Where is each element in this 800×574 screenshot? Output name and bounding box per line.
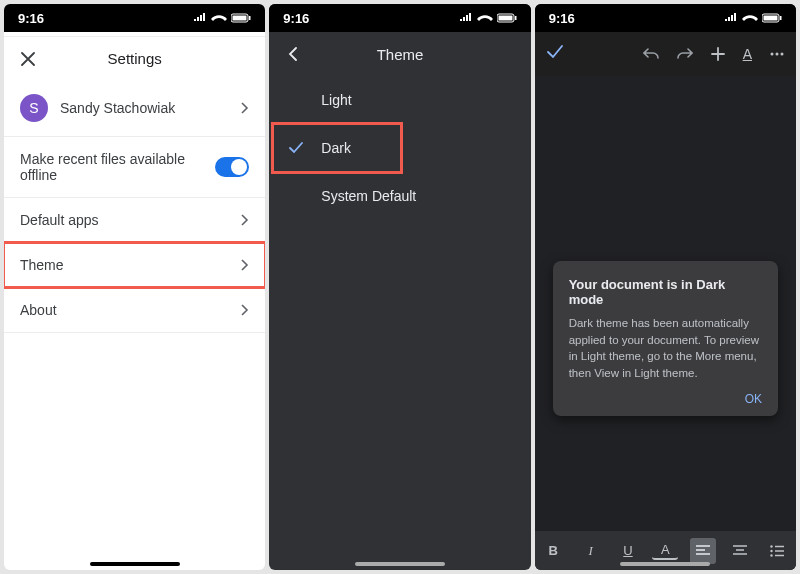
dark-mode-dialog: Your document is in Dark mode Dark theme… xyxy=(553,261,778,416)
svg-rect-2 xyxy=(249,16,251,20)
theme-option-label: System Default xyxy=(321,188,416,204)
about-row[interactable]: About xyxy=(4,288,265,333)
svg-point-10 xyxy=(775,53,778,56)
account-row[interactable]: S Sandy Stachowiak xyxy=(4,80,265,137)
status-icons xyxy=(724,13,782,23)
italic-button[interactable]: I xyxy=(578,538,604,564)
theme-screen: 9:16 Theme Light Dark xyxy=(269,4,530,570)
home-indicator xyxy=(355,562,445,566)
redo-icon[interactable] xyxy=(677,47,693,61)
dialog-ok-button[interactable]: OK xyxy=(569,392,762,406)
svg-point-12 xyxy=(771,545,773,547)
settings-screen: 9:16 Settings S Sandy Stachowiak xyxy=(4,4,265,570)
undo-icon[interactable] xyxy=(643,47,659,61)
theme-option-label: Dark xyxy=(321,140,351,156)
dialog-body: Dark theme has been automatically applie… xyxy=(569,315,762,382)
theme-option-light[interactable]: Light xyxy=(269,76,530,124)
default-apps-row[interactable]: Default apps xyxy=(4,198,265,243)
avatar: S xyxy=(20,94,48,122)
theme-title: Theme xyxy=(377,46,424,63)
more-icon[interactable] xyxy=(770,52,784,56)
theme-option-dark[interactable]: Dark xyxy=(269,124,530,172)
list-button[interactable] xyxy=(764,538,790,564)
theme-label: Theme xyxy=(20,257,64,273)
settings-header: Settings xyxy=(4,36,265,80)
status-icons xyxy=(193,13,251,23)
settings-list: S Sandy Stachowiak Make recent files ava… xyxy=(4,80,265,333)
align-left-button[interactable] xyxy=(690,538,716,564)
chevron-right-icon xyxy=(241,304,249,316)
status-time: 9:16 xyxy=(549,11,575,26)
offline-toggle[interactable] xyxy=(215,157,249,177)
account-name: Sandy Stachowiak xyxy=(60,100,175,116)
about-label: About xyxy=(20,302,57,318)
chevron-right-icon xyxy=(241,102,249,114)
dialog-title: Your document is in Dark mode xyxy=(569,277,762,307)
status-time: 9:16 xyxy=(283,11,309,26)
theme-list: Light Dark System Default xyxy=(269,76,530,220)
settings-title: Settings xyxy=(108,50,162,67)
svg-rect-1 xyxy=(233,16,247,21)
align-center-button[interactable] xyxy=(727,538,753,564)
chevron-right-icon xyxy=(241,214,249,226)
offline-label: Make recent files available offline xyxy=(20,151,215,183)
underline-button[interactable]: U xyxy=(615,538,641,564)
offline-row[interactable]: Make recent files available offline xyxy=(4,137,265,198)
status-bar: 9:16 xyxy=(269,4,530,32)
status-bar: 9:16 xyxy=(535,4,796,32)
svg-point-9 xyxy=(770,53,773,56)
svg-rect-5 xyxy=(515,16,517,20)
bold-button[interactable]: B xyxy=(540,538,566,564)
chevron-right-icon xyxy=(241,259,249,271)
back-icon[interactable] xyxy=(283,44,303,64)
done-button[interactable] xyxy=(547,45,563,63)
svg-point-13 xyxy=(771,549,773,551)
status-icons xyxy=(459,13,517,23)
doc-screen: 9:16 A xyxy=(535,4,796,570)
theme-option-system[interactable]: System Default xyxy=(269,172,530,220)
home-indicator xyxy=(90,562,180,566)
theme-option-label: Light xyxy=(321,92,351,108)
doc-body[interactable]: Your document is in Dark mode Dark theme… xyxy=(535,76,796,530)
close-icon[interactable] xyxy=(18,49,38,69)
status-time: 9:16 xyxy=(18,11,44,26)
theme-row[interactable]: Theme xyxy=(4,243,265,288)
theme-header: Theme xyxy=(269,32,530,76)
svg-rect-8 xyxy=(780,16,782,20)
text-format-icon[interactable]: A xyxy=(743,46,752,62)
svg-rect-4 xyxy=(498,16,512,21)
home-indicator xyxy=(620,562,710,566)
doc-toolbar: A xyxy=(535,32,796,76)
status-bar: 9:16 xyxy=(4,4,265,32)
svg-point-11 xyxy=(780,53,783,56)
svg-point-14 xyxy=(771,554,773,556)
check-icon xyxy=(287,142,305,154)
svg-rect-7 xyxy=(763,16,777,21)
add-icon[interactable] xyxy=(711,47,725,61)
text-color-button[interactable]: A xyxy=(652,542,678,560)
default-apps-label: Default apps xyxy=(20,212,99,228)
